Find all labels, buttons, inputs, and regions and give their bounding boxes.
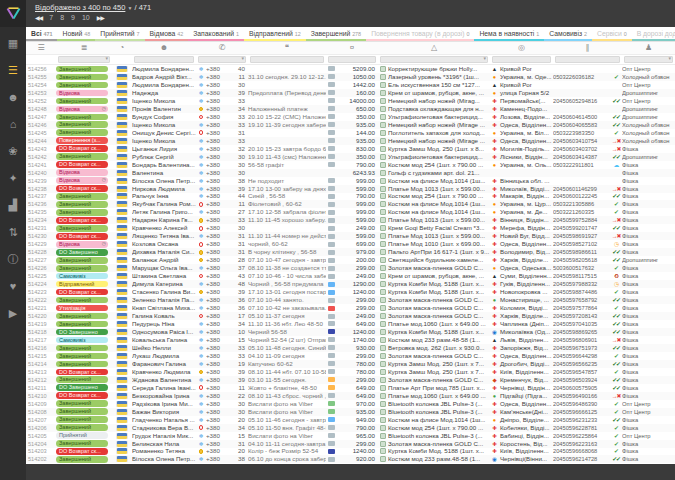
- table-row[interactable]: 514218DO ЗавершеноОдносумова Раіса І...❄…: [26, 328, 675, 336]
- table-row[interactable]: 514246ЗавершенийІщенко Микола❄+3803319.1…: [26, 121, 675, 129]
- price-filter[interactable]: [328, 56, 376, 63]
- tab-всі[interactable]: Всі 471: [26, 27, 57, 41]
- table-row[interactable]: 514229Відмова◷Козлова Оксана+38031чорний…: [26, 240, 675, 248]
- country-icon[interactable]: ◔: [112, 43, 132, 53]
- client-icon[interactable]: ☻: [132, 43, 196, 53]
- table-row[interactable]: 514216ЗавершенийШейко Нелли❄+3803305.10 …: [26, 344, 675, 352]
- table-row[interactable]: 514208ЗавершенийБажан Виктория❄+38030Вис…: [26, 408, 675, 416]
- table-row[interactable]: 514203DO Возврат ск...Романенко Тетяна+3…: [26, 448, 675, 456]
- page-number[interactable]: 7: [49, 14, 53, 21]
- table-row[interactable]: 514228DO ЗавершеноДихавка Наталія Си...+…: [26, 248, 675, 256]
- table-row[interactable]: 514252ЗавершенийІщенко Микола❄+380331400…: [26, 97, 675, 105]
- table-row[interactable]: 514225СамовивізШтакина Светлана+3804307.…: [26, 272, 675, 280]
- table-row[interactable]: 514239Відмова◷Білоска Олена Петр...❄+380…: [26, 177, 675, 185]
- orders-icon[interactable]: ☰: [0, 59, 26, 81]
- clients-icon[interactable]: ☻: [0, 86, 26, 108]
- status-filter[interactable]: [58, 56, 110, 63]
- range-dropdown[interactable]: Відображено з 400 по 450: [35, 3, 125, 12]
- order-id-icon[interactable]: ☰: [26, 43, 56, 53]
- table-row[interactable]: 514243DO Возврат ск...Цыганюк Лидия❄+380…: [26, 145, 675, 153]
- last-page-icon[interactable]: ▶▶: [97, 14, 104, 21]
- integrations-icon[interactable]: ⇅: [0, 221, 26, 243]
- campaign-icon[interactable]: ♟: [622, 43, 675, 53]
- phone-filter[interactable]: [198, 56, 246, 63]
- products-icon[interactable]: ❀: [0, 140, 26, 162]
- table-row[interactable]: 514222ЗавершенийЗеленко Наталія Па...❄+3…: [26, 296, 675, 304]
- table-row[interactable]: 514220ЗавершенийГалина Коваль+3801705.10…: [26, 312, 675, 320]
- table-row[interactable]: 514212ЗавершенийЖданова Валентина❄+38039…: [26, 376, 675, 384]
- page-number[interactable]: 8: [60, 14, 64, 21]
- table-row[interactable]: 514254ЗавершенийЛюдмила Бондарен...❄+380…: [26, 81, 675, 89]
- table-row[interactable]: 514237ЗавершенийРальчук Інна❄+38044Синій…: [26, 193, 675, 201]
- app-logo[interactable]: [0, 0, 26, 27]
- tab-завершений[interactable]: Завершений 278: [306, 27, 366, 41]
- partners-icon[interactable]: ♥: [0, 275, 26, 297]
- dashboard-icon[interactable]: ▦: [0, 32, 26, 54]
- table-row[interactable]: 514214ЗавершенийФаранович Галина❄+38019К…: [26, 360, 675, 368]
- table-row[interactable]: 514242ЗавершенийРублюк Сергій❄+3803019.1…: [26, 153, 675, 161]
- statistics-icon[interactable]: ▟: [0, 194, 26, 216]
- first-page-icon[interactable]: ◀◀: [35, 14, 42, 21]
- city-filter[interactable]: [492, 56, 551, 63]
- table-row[interactable]: 514244Повернення (з...Іщенко Микола❄+380…: [26, 137, 675, 145]
- tab-сервіси[interactable]: Сервіси 0: [592, 27, 632, 41]
- chevron-down-icon[interactable]: ▼: [127, 5, 132, 11]
- table-row[interactable]: 514221УтилізаціяКнап Світлана Миха...❄+3…: [26, 304, 675, 312]
- table-row[interactable]: 514234DO Возврат ск...Надарян Карина Гв.…: [26, 216, 675, 224]
- table-row[interactable]: 514219ЗавершенийПедурець Ніна❄+3803411.1…: [26, 320, 675, 328]
- location-icon[interactable]: ◎: [490, 43, 553, 53]
- table-row[interactable]: 514240ВідмоваВалентина❄+380306243.93Голь…: [26, 169, 675, 177]
- product-filter[interactable]: [380, 56, 488, 63]
- tab-повернення-товару-в-дорозі-[interactable]: Повернення товару (в дорозі) 0: [366, 27, 474, 41]
- marketing-icon[interactable]: ✦: [0, 167, 26, 189]
- product-icon[interactable]: △: [378, 43, 490, 53]
- video-icon[interactable]: ▶: [0, 302, 26, 324]
- table-row[interactable]: 514209ЗавершенийРадзікова Ірина Ми...❄+3…: [26, 400, 675, 408]
- table-row[interactable]: 514253ВідмоваНадежда❄+38039Предоплата (П…: [26, 89, 675, 97]
- ttn-filter[interactable]: [555, 56, 620, 63]
- table-row[interactable]: 514241DO Возврат ск...Бондарь Валентина.…: [26, 161, 675, 169]
- table-row[interactable]: 514238DO Возврат ск...Ниркова Людмила❄+3…: [26, 185, 675, 193]
- table-row[interactable]: 514245ЗавершенийОнищук Денис Сергі...+38…: [26, 129, 675, 137]
- table-row[interactable]: 514206ЗавершенийСтадникова Вера В...+380…: [26, 424, 675, 432]
- tab-нема-в-наявності[interactable]: Нема в наявності 1: [474, 27, 544, 41]
- table-row[interactable]: 514227ЗавершенийБаланюк Андрій+3802807.1…: [26, 256, 675, 264]
- comment-filter[interactable]: [250, 56, 324, 63]
- table-row[interactable]: 514207ЗавершенийГладченко Наталья ...❄+3…: [26, 416, 675, 424]
- tab-відмова[interactable]: Відмова 42: [145, 27, 189, 41]
- tab-прийнятий[interactable]: Прийнятий 7: [95, 27, 144, 41]
- table-row[interactable]: 514224ВідправленийДимула Катерина❄+38048…: [26, 280, 675, 288]
- table-row[interactable]: 514255ЗавершенийБадров Андрій Вікт...❄+3…: [26, 73, 675, 81]
- tab-самовивіз[interactable]: Самовивіз 2: [544, 27, 592, 41]
- tab-запакований[interactable]: Запакований 1: [188, 27, 244, 41]
- table-row[interactable]: 514248Відмова◷Пронів Валентин+38034Налож…: [26, 105, 675, 113]
- table-row[interactable]: 514217СамовивізКовальська Галина❄+38015Ч…: [26, 336, 675, 344]
- status-icon[interactable]: ≣: [56, 43, 112, 53]
- comment-icon[interactable]: ❝: [248, 43, 326, 53]
- page-number[interactable]: 9: [71, 14, 75, 21]
- table-row[interactable]: 514202ЗавершенийБілоска Олена Петр...❄+3…: [26, 455, 675, 463]
- table-row[interactable]: 514211DO ЗавершеноСереда Галина Івані...…: [26, 384, 675, 392]
- table-row[interactable]: 514213DO Возврат ск...Кравченко Людмила+…: [26, 368, 675, 376]
- tab-новий[interactable]: Новий 48: [57, 27, 95, 41]
- table-row[interactable]: 514215ЗавершенийЛукаш Людмила❄+3803304.1…: [26, 352, 675, 360]
- campaign-filter[interactable]: [624, 56, 673, 63]
- phone-icon[interactable]: ✆: [196, 43, 248, 53]
- table-row[interactable]: 514205ПрийнятийГрудок Наталія Мик...❄+38…: [26, 432, 675, 440]
- info-icon[interactable]: ⓘ: [0, 248, 26, 270]
- table-row[interactable]: 514210DO Возврат ск...Безкоровайна Ірина…: [26, 392, 675, 400]
- client-filter[interactable]: [134, 56, 194, 63]
- table-row[interactable]: 514247ЗавершенийБундук София+3803320.10 …: [26, 113, 675, 121]
- table-row[interactable]: 514256ЗавершенийЛюдмила Бондарен...❄+380…: [26, 65, 675, 73]
- ttn-icon[interactable]: ∥: [553, 43, 622, 53]
- table-row[interactable]: 514223DO Возврат ск...Стасенко Галина Ви…: [26, 288, 675, 296]
- fulfillment-icon[interactable]: ⌂: [0, 113, 26, 135]
- tab-відправлений[interactable]: Відправлений 12: [244, 27, 306, 41]
- table-row[interactable]: 514235ЗавершенийЛетяк Галина Григо...❄+3…: [26, 208, 675, 216]
- tab-в-дорозі-додому[interactable]: В дорозі додому 0: [632, 27, 675, 41]
- table-row[interactable]: 514204ЗавершенийБелинская Нила❄+3803104.…: [26, 440, 675, 448]
- table-row[interactable]: 514231ЗавершенийКравченко Алексей+380302…: [26, 224, 675, 232]
- table-row[interactable]: 514236ЗавершенийЯкубчак Галина Ром...+38…: [26, 200, 675, 208]
- table-row[interactable]: 514226ЗавершенийМарущак Ольга Іва...❄+38…: [26, 264, 675, 272]
- money-icon[interactable]: ¤: [326, 43, 378, 53]
